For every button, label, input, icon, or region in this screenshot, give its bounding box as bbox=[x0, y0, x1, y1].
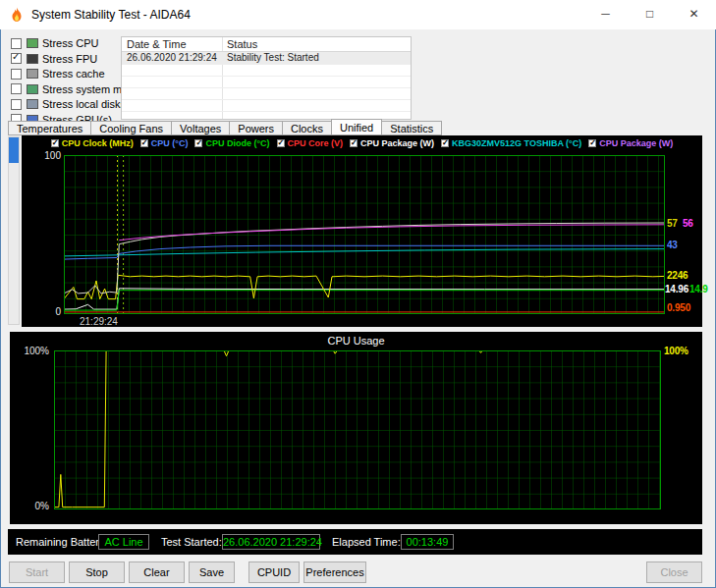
tab-unified[interactable]: Unified bbox=[331, 119, 382, 135]
cpu-usage-panel: CPU Usage 100% 0% 100% bbox=[10, 332, 702, 524]
scrollbar-thumb[interactable] bbox=[9, 137, 19, 163]
battery-label: Remaining Battery: bbox=[16, 529, 108, 555]
window-controls: ─ □ ✕ bbox=[583, 0, 716, 29]
legend-item-cpu-temp[interactable]: CPU (°C) bbox=[140, 138, 189, 148]
y-axis-max-label: 100 bbox=[37, 150, 61, 161]
column-header-datetime[interactable]: Date & Time bbox=[127, 38, 187, 50]
elapsed-time-label: Elapsed Time: bbox=[332, 529, 401, 555]
legend-item-cpu-package-2[interactable]: CPU Package (W) bbox=[588, 138, 673, 148]
battery-value: AC Line bbox=[98, 534, 149, 550]
stress-option-label: Stress FPU bbox=[42, 53, 97, 65]
usage-y-max-label: 100% bbox=[20, 346, 49, 356]
stress-cache-checkbox[interactable] bbox=[11, 69, 22, 80]
chart-value-2246: 2246 bbox=[667, 270, 688, 281]
cpuid-button[interactable]: CPUID bbox=[248, 561, 300, 583]
close-icon[interactable]: ✕ bbox=[672, 0, 716, 29]
close-button: Close bbox=[646, 561, 702, 583]
tab-powers[interactable]: Powers bbox=[229, 121, 282, 135]
chart-scrollbar[interactable] bbox=[8, 136, 20, 325]
chart-value-57: 57 bbox=[667, 218, 678, 229]
legend-label: CPU Package (W) bbox=[360, 138, 434, 148]
legend-checkbox[interactable] bbox=[140, 139, 148, 147]
stress-option-label: Stress local disks bbox=[42, 98, 126, 110]
usage-right-value: 100% bbox=[664, 346, 688, 356]
title-bar: System Stability Test - AIDA64 ─ □ ✕ bbox=[0, 0, 716, 29]
column-header-status[interactable]: Status bbox=[227, 38, 257, 50]
stress-memory-checkbox[interactable] bbox=[11, 83, 22, 94]
cpu-usage-plot bbox=[54, 350, 661, 509]
app-window: System Stability Test - AIDA64 ─ □ ✕ Str… bbox=[0, 0, 716, 588]
tab-temperatures[interactable]: Temperatures bbox=[8, 121, 90, 135]
legend-checkbox[interactable] bbox=[277, 139, 285, 147]
cell-status: Stability Test: Started bbox=[227, 52, 319, 64]
unified-chart-plot bbox=[64, 155, 665, 314]
stress-option-label: Stress cache bbox=[42, 68, 105, 80]
table-grid-line bbox=[122, 87, 411, 88]
test-started-value: 26.06.2020 21:29:24 bbox=[222, 534, 320, 550]
stress-cpu-checkbox[interactable] bbox=[11, 38, 22, 49]
legend-label: CPU Diode (°C) bbox=[205, 138, 269, 148]
legend-checkbox[interactable] bbox=[588, 139, 596, 147]
usage-y-min-label: 0% bbox=[20, 501, 49, 511]
legend-label: CPU Clock (MHz) bbox=[62, 138, 134, 148]
legend-checkbox[interactable] bbox=[194, 139, 202, 147]
chart-value-149: 14.9 bbox=[689, 284, 708, 294]
memory-icon bbox=[27, 84, 38, 94]
tab-statistics[interactable]: Statistics bbox=[382, 121, 442, 135]
clear-button[interactable]: Clear bbox=[129, 561, 185, 583]
cpu-icon bbox=[27, 38, 38, 48]
table-grid-line bbox=[122, 76, 411, 77]
tab-voltages[interactable]: Voltages bbox=[171, 121, 229, 135]
y-axis-min-label: 0 bbox=[37, 306, 61, 317]
legend-item-cpu-clock[interactable]: CPU Clock (MHz) bbox=[51, 138, 134, 148]
preferences-button[interactable]: Preferences bbox=[303, 561, 366, 583]
x-axis-time-label: 21:29:24 bbox=[80, 316, 118, 327]
legend-item-cpu-core[interactable]: CPU Core (V) bbox=[277, 138, 344, 148]
flame-icon bbox=[9, 7, 25, 23]
legend-item-cpu-package[interactable]: CPU Package (W) bbox=[350, 138, 434, 148]
legend-item-cpu-diode[interactable]: CPU Diode (°C) bbox=[194, 138, 269, 148]
chart-legend: CPU Clock (MHz) CPU (°C) CPU Diode (°C) … bbox=[22, 138, 702, 148]
status-bar: Remaining Battery: AC Line Test Started:… bbox=[8, 529, 702, 555]
stress-fpu-checkbox[interactable] bbox=[11, 53, 22, 64]
maximize-icon[interactable]: □ bbox=[628, 0, 672, 29]
cell-datetime: 26.06.2020 21:29:24 bbox=[127, 52, 217, 64]
stress-option-label: Stress CPU bbox=[42, 37, 98, 49]
table-grid-line bbox=[122, 111, 411, 112]
stop-button[interactable]: Stop bbox=[69, 561, 125, 583]
minimize-icon[interactable]: ─ bbox=[583, 0, 628, 29]
legend-checkbox[interactable] bbox=[441, 139, 449, 147]
chart-value-56: 56 bbox=[683, 218, 693, 229]
tab-strip: Temperatures Cooling Fans Voltages Power… bbox=[8, 119, 442, 135]
table-row[interactable]: 26.06.2020 21:29:24 Stability Test: Star… bbox=[122, 52, 411, 64]
start-button: Start bbox=[9, 561, 65, 583]
table-grid-line bbox=[122, 99, 411, 100]
save-button[interactable]: Save bbox=[189, 561, 235, 583]
legend-item-ssd-temp[interactable]: KBG30ZMV512G TOSHIBA (°C) bbox=[441, 138, 581, 148]
chart-value-43: 43 bbox=[667, 240, 678, 250]
table-grid-line bbox=[122, 64, 411, 65]
legend-checkbox[interactable] bbox=[51, 139, 59, 147]
legend-checkbox[interactable] bbox=[350, 139, 358, 147]
cache-icon bbox=[27, 69, 38, 79]
legend-label: KBG30ZMV512G TOSHIBA (°C) bbox=[452, 138, 581, 148]
unified-chart-panel: CPU Clock (MHz) CPU (°C) CPU Diode (°C) … bbox=[22, 135, 702, 327]
disk-icon bbox=[27, 99, 38, 109]
window-title: System Stability Test - AIDA64 bbox=[31, 0, 191, 29]
legend-label: CPU Core (V) bbox=[288, 138, 344, 148]
legend-label: CPU (°C) bbox=[151, 138, 189, 148]
fpu-icon bbox=[27, 54, 38, 64]
tab-clocks[interactable]: Clocks bbox=[282, 121, 331, 135]
event-log-table: Date & Time Status 26.06.2020 21:29:24 S… bbox=[121, 36, 412, 120]
legend-label: CPU Package (W) bbox=[599, 138, 673, 148]
stress-disks-checkbox[interactable] bbox=[11, 99, 22, 110]
test-started-label: Test Started: bbox=[161, 529, 222, 555]
chart-value-1496: 14.96 bbox=[665, 284, 688, 294]
elapsed-time-value: 00:13:49 bbox=[401, 534, 454, 550]
cpu-usage-title: CPU Usage bbox=[10, 335, 702, 347]
tab-cooling-fans[interactable]: Cooling Fans bbox=[90, 121, 171, 135]
chart-value-0950: 0.950 bbox=[667, 302, 690, 313]
table-header: Date & Time Status bbox=[122, 37, 411, 52]
